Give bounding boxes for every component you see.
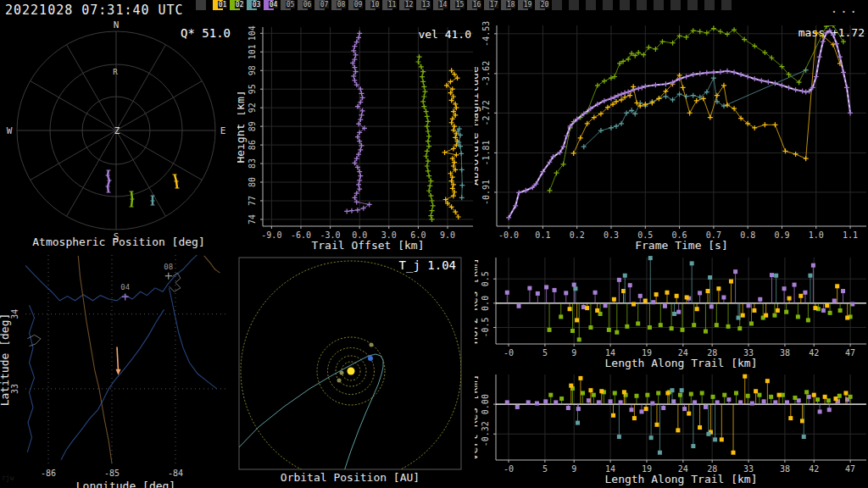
- svg-text:Vert Res [km]: Vert Res [km]: [475, 374, 480, 461]
- svg-text:-3.62: -3.62: [481, 61, 491, 86]
- station-toggle-13[interactable]: 13: [416, 0, 433, 20]
- svg-text:92: 92: [248, 103, 257, 113]
- station-legend: 0102030405060708091011121314151617181920: [196, 0, 738, 20]
- svg-text:-2.72: -2.72: [481, 100, 491, 125]
- station-toggle-12[interactable]: 12: [399, 0, 416, 20]
- station-toggle-05[interactable]: 05: [281, 0, 298, 20]
- svg-text:-0: -0: [504, 348, 514, 358]
- svg-text:77: 77: [248, 196, 257, 206]
- station-toggle-14[interactable]: 14: [433, 0, 450, 20]
- svg-text:-85: -85: [104, 469, 120, 478]
- station-toggle-17[interactable]: 17: [484, 0, 501, 20]
- svg-text:Trail Offset [km]: Trail Offset [km]: [311, 239, 424, 251]
- svg-text:Atmospheric Position [deg]: Atmospheric Position [deg]: [32, 236, 205, 248]
- svg-text:5: 5: [542, 348, 548, 358]
- station-toggle-blank[interactable]: [687, 0, 704, 20]
- station-toggle-blank[interactable]: [603, 0, 620, 20]
- svg-text:-6.0: -6.0: [291, 230, 311, 240]
- station-toggle-11[interactable]: 11: [382, 0, 399, 20]
- svg-text:0.3: 0.3: [604, 230, 619, 240]
- svg-text:74: 74: [248, 214, 257, 225]
- svg-text:42: 42: [809, 348, 819, 358]
- svg-text:Height [km]: Height [km]: [237, 90, 247, 163]
- svg-text:89: 89: [248, 121, 257, 131]
- svg-text:98: 98: [248, 65, 257, 75]
- fireball-analysis-app: 20221028 07:31:40 UTC 010203040506070809…: [0, 0, 868, 488]
- svg-text:04: 04: [120, 283, 130, 291]
- svg-text:R: R: [113, 68, 118, 76]
- station-toggle-blank[interactable]: [654, 0, 670, 20]
- svg-text:101: 101: [248, 44, 257, 59]
- svg-text:Latitude [deg]: Latitude [deg]: [0, 313, 11, 407]
- menu-dots-button[interactable]: ...: [831, 2, 860, 15]
- station-toggle-03[interactable]: 03: [247, 0, 264, 20]
- vertical-residuals-panel: -05914192428333842470.00-0.32Length Alon…: [475, 369, 868, 488]
- svg-text:W: W: [7, 125, 13, 136]
- horizontal-residuals-panel: -05914192428333842470.50.0-0.5Length Alo…: [475, 251, 868, 369]
- svg-text:5: 5: [542, 464, 548, 474]
- svg-text:0.00: 0.00: [481, 394, 490, 414]
- svg-text:34: 34: [10, 309, 19, 319]
- station-toggle-19[interactable]: 19: [518, 0, 535, 20]
- station-toggle-08[interactable]: 08: [331, 0, 348, 20]
- station-toggle-09[interactable]: 09: [348, 0, 365, 20]
- station-toggle-20[interactable]: 20: [535, 0, 552, 20]
- svg-text:-84: -84: [168, 469, 183, 478]
- station-toggle-blank[interactable]: [637, 0, 654, 20]
- svg-text:Horz Res [km]: Horz Res [km]: [475, 258, 480, 344]
- svg-text:38: 38: [780, 464, 790, 474]
- svg-text:-0.91: -0.91: [481, 180, 491, 205]
- timestamp: 20221028 07:31:40 UTC: [5, 3, 184, 18]
- svg-text:47: 47: [845, 348, 855, 358]
- svg-text:9: 9: [571, 348, 576, 358]
- svg-text:95: 95: [248, 84, 257, 94]
- svg-text:-0.32: -0.32: [481, 421, 490, 446]
- station-toggle-blank[interactable]: [704, 0, 721, 20]
- svg-text:86: 86: [248, 140, 257, 150]
- station-toggle-blank[interactable]: [620, 0, 637, 20]
- station-toggle-04[interactable]: 04: [264, 0, 281, 20]
- svg-text:104: 104: [248, 25, 257, 41]
- svg-text:Longitude [deg]: Longitude [deg]: [76, 480, 175, 488]
- station-toggle-blank[interactable]: [670, 0, 687, 20]
- svg-text:0.0: 0.0: [481, 296, 490, 311]
- svg-text:9.0: 9.0: [440, 230, 455, 240]
- svg-text:-0.5: -0.5: [481, 317, 490, 337]
- station-toggle-10[interactable]: 10: [365, 0, 382, 20]
- svg-text:38: 38: [780, 348, 790, 358]
- orbital-position-panel: T_j 1.04Orbital Position [AU]: [237, 251, 475, 488]
- svg-text:Q* 51.0: Q* 51.0: [181, 26, 231, 40]
- station-toggle-15[interactable]: 15: [450, 0, 467, 20]
- svg-text:80: 80: [248, 177, 257, 187]
- svg-text:9: 9: [571, 464, 576, 474]
- station-toggle-blank[interactable]: [552, 0, 569, 20]
- station-toggle-blank[interactable]: [586, 0, 603, 20]
- svg-text:33: 33: [10, 384, 19, 394]
- station-toggle-blank[interactable]: [196, 0, 213, 20]
- svg-text:47: 47: [845, 464, 855, 474]
- magnitude-vs-time-panel: -0.00.10.20.30.50.60.70.80.91.01.1-0.91-…: [475, 20, 868, 251]
- svg-text:-4.53: -4.53: [481, 21, 491, 47]
- station-toggle-blank[interactable]: [721, 0, 738, 20]
- svg-text:-1.81: -1.81: [481, 140, 491, 165]
- svg-text:Z: Z: [114, 125, 120, 136]
- station-toggle-06[interactable]: 06: [298, 0, 314, 20]
- svg-text:1.0: 1.0: [809, 230, 824, 240]
- svg-text:-86: -86: [41, 469, 56, 478]
- svg-text:vel 41.0: vel 41.0: [418, 28, 471, 41]
- station-toggle-16[interactable]: 16: [467, 0, 484, 20]
- svg-text:N: N: [114, 20, 120, 30]
- svg-text:83: 83: [248, 158, 257, 169]
- station-toggle-07[interactable]: 07: [314, 0, 331, 20]
- svg-text:0.5: 0.5: [481, 271, 490, 286]
- svg-text:E: E: [220, 125, 226, 136]
- station-toggle-blank[interactable]: [569, 0, 586, 20]
- svg-text:Frame Time [s]: Frame Time [s]: [635, 239, 728, 251]
- svg-text:Length Along Trail [km]: Length Along Trail [km]: [604, 357, 757, 369]
- station-toggle-18[interactable]: 18: [501, 0, 518, 20]
- height-vs-trail-offset-panel: -9.0-6.0-3.00.03.06.09.07477808386899295…: [237, 20, 475, 251]
- station-toggle-02[interactable]: 02: [230, 0, 247, 20]
- station-toggle-01[interactable]: 01: [213, 0, 230, 20]
- svg-text:-0.0: -0.0: [498, 230, 519, 240]
- svg-text:1.1: 1.1: [843, 230, 858, 240]
